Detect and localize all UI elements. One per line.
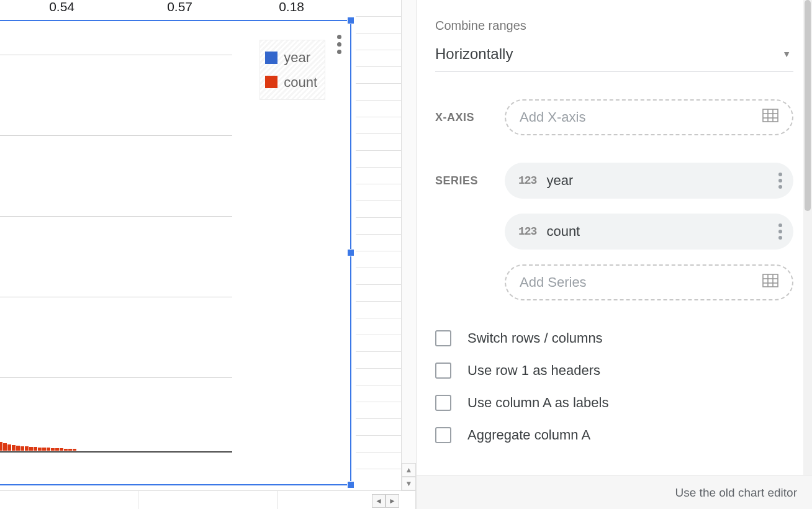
color-swatch	[265, 52, 277, 64]
vertical-scrollbar[interactable]: ▲ ▼	[401, 0, 416, 490]
checkbox-icon	[435, 363, 451, 379]
cell-value: 0.54	[0, 0, 81, 15]
embedded-chart[interactable]: year count	[0, 20, 351, 485]
aggregate-column-a-checkbox[interactable]: Aggregate column A	[435, 427, 793, 443]
numeric-type-icon: 123	[518, 225, 536, 238]
chart-gridlines	[0, 21, 232, 472]
use-row-1-headers-checkbox[interactable]: Use row 1 as headers	[435, 363, 793, 379]
color-swatch	[265, 76, 277, 88]
caret-down-icon: ▼	[782, 49, 791, 59]
cell-value: 0.57	[81, 0, 199, 15]
sheet-grid	[356, 0, 405, 484]
sheet-tabs-bar	[0, 490, 416, 509]
checkbox-label: Use row 1 as headers	[467, 363, 600, 379]
combine-ranges-value: Horizontally	[435, 45, 513, 63]
series-options-button[interactable]	[778, 223, 782, 240]
checkbox-icon	[435, 427, 451, 443]
chart-baseline	[0, 451, 232, 453]
use-old-editor-link[interactable]: Use the old chart editor	[417, 475, 812, 509]
checkbox-label: Aggregate column A	[467, 427, 590, 443]
numeric-type-icon: 123	[518, 174, 536, 187]
cell-value: 0.18	[199, 0, 310, 15]
legend-item-count[interactable]: count	[265, 70, 317, 95]
checkbox-label: Use column A as labels	[467, 395, 608, 411]
scroll-down-button[interactable]: ▼	[402, 477, 416, 490]
placeholder-text: Add X-axis	[520, 109, 585, 125]
combine-ranges-select[interactable]: Horizontally ▼	[435, 39, 793, 72]
series-label: SERIES	[435, 174, 489, 187]
series-name: count	[546, 223, 580, 240]
legend-label: year	[284, 45, 310, 70]
series-name: year	[546, 173, 573, 189]
placeholder-text: Add Series	[520, 274, 587, 291]
svg-rect-5	[763, 274, 778, 287]
add-x-axis-button[interactable]: Add X-axis	[505, 99, 793, 135]
chart-editor-panel: Combine ranges Horizontally ▼ X-AXIS Add…	[416, 0, 812, 509]
footer-link-text: Use the old chart editor	[675, 486, 797, 500]
scroll-right-button[interactable]: ►	[386, 494, 399, 508]
chart-legend[interactable]: year count	[259, 40, 325, 100]
series-pill-count[interactable]: 123 count	[505, 214, 793, 250]
add-series-button[interactable]: Add Series	[505, 264, 793, 300]
editor-scrollbar[interactable]	[803, 0, 812, 475]
chart-canvas: year count	[0, 21, 350, 484]
chart-options-button[interactable]	[337, 35, 341, 54]
options-checkbox-list: Switch rows / columns Use row 1 as heade…	[435, 330, 793, 443]
use-column-a-labels-checkbox[interactable]: Use column A as labels	[435, 395, 793, 411]
scroll-left-button[interactable]: ◄	[372, 494, 386, 508]
checkbox-icon	[435, 330, 451, 346]
spreadsheet-area: 0.54 0.57 0.18 year	[0, 0, 416, 509]
combine-ranges-label: Combine ranges	[435, 19, 793, 33]
column-headers: 0.54 0.57 0.18	[0, 0, 416, 15]
resize-handle[interactable]	[347, 481, 354, 489]
range-selector-icon[interactable]	[762, 274, 778, 291]
series-pill-year[interactable]: 123 year	[505, 163, 793, 199]
series-options-button[interactable]	[778, 173, 782, 189]
range-selector-icon[interactable]	[762, 109, 778, 126]
svg-rect-0	[763, 109, 778, 122]
resize-handle[interactable]	[347, 249, 354, 256]
horizontal-scroll-buttons: ◄ ►	[372, 494, 399, 508]
legend-item-year[interactable]: year	[265, 45, 317, 70]
switch-rows-columns-checkbox[interactable]: Switch rows / columns	[435, 330, 793, 346]
resize-handle[interactable]	[347, 17, 354, 24]
checkbox-label: Switch rows / columns	[467, 330, 603, 346]
scroll-up-button[interactable]: ▲	[402, 463, 416, 477]
legend-label: count	[284, 70, 317, 95]
chart-series-count-bars	[0, 441, 77, 451]
x-axis-label: X-AXIS	[435, 111, 489, 124]
checkbox-icon	[435, 395, 451, 411]
